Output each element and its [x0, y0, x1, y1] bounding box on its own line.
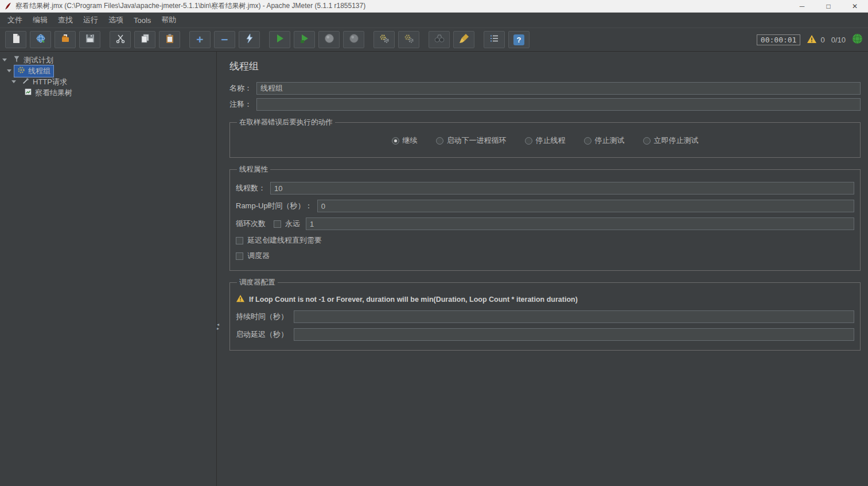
results-tree-icon — [24, 88, 32, 98]
templates-globe-icon — [36, 33, 46, 46]
name-input[interactable] — [256, 82, 861, 95]
remote-start-all-button[interactable] — [373, 31, 395, 48]
question-mark-icon: ? — [513, 34, 524, 45]
threads-input[interactable] — [270, 182, 854, 195]
new-file-button[interactable] — [5, 31, 26, 48]
radio-stop-test-now[interactable]: 立即停止测试 — [643, 135, 699, 146]
radio-label: 启动下一进程循环 — [447, 135, 507, 146]
radio-icon[interactable] — [436, 137, 443, 145]
splitter-handle-icon[interactable]: ◂▸ — [217, 322, 219, 331]
close-button[interactable]: ✕ — [842, 0, 868, 12]
forever-checkbox[interactable] — [274, 220, 281, 228]
cut-button[interactable] — [110, 31, 131, 48]
search-reset-button[interactable] — [453, 31, 474, 48]
window-controls: ─ □ ✕ — [789, 0, 868, 12]
start-no-pauses-button[interactable] — [294, 31, 315, 48]
name-label: 名称： — [229, 83, 252, 94]
error-action-radio-row: 继续 启动下一进程循环 停止线程 停止测试 立即停止测试 — [236, 130, 854, 150]
search-button[interactable] — [429, 31, 450, 48]
collapse-all-button[interactable]: − — [214, 31, 235, 48]
save-floppy-icon — [85, 33, 95, 46]
active-threads-count: 0/10 — [831, 36, 846, 44]
minimize-button[interactable]: ─ — [789, 0, 815, 12]
minus-icon: − — [221, 34, 228, 45]
duration-input[interactable] — [294, 310, 854, 323]
stop-button[interactable] — [318, 31, 340, 48]
radio-icon[interactable] — [525, 137, 532, 145]
expander-icon[interactable] — [11, 80, 16, 83]
radio-label: 立即停止测试 — [654, 135, 699, 146]
menu-tools[interactable]: Tools — [129, 14, 156, 26]
maximize-button[interactable]: □ — [815, 0, 842, 12]
jmeter-feather-icon — [4, 2, 12, 10]
radio-stop-test[interactable]: 停止测试 — [584, 135, 625, 146]
stop-sphere-icon — [324, 33, 334, 46]
menu-run[interactable]: 运行 — [78, 13, 103, 27]
help-button[interactable]: ? — [508, 31, 530, 48]
loop-count-label: 循环次数 — [236, 219, 266, 229]
scheduler-checkbox[interactable] — [236, 252, 243, 260]
radio-stop-thread[interactable]: 停止线程 — [525, 135, 566, 146]
scheduler-warning-text: If Loop Count is not -1 or Forever, dura… — [249, 296, 578, 304]
clear-all-button[interactable] — [484, 31, 505, 48]
expander-icon[interactable] — [2, 59, 7, 61]
http-request-icon — [22, 77, 30, 87]
scheduler-label: 调度器 — [247, 251, 270, 261]
rampup-label: Ramp-Up时间（秒）： — [236, 201, 313, 211]
error-action-group: 在取样器错误后要执行的动作 继续 启动下一进程循环 停止线程 停止测试 — [229, 118, 861, 158]
radio-icon[interactable] — [584, 137, 591, 145]
forever-label: 永远 — [285, 219, 300, 229]
remote-shutdown-all-button[interactable] — [398, 31, 419, 48]
scheduler-config-legend: 调度器配置 — [237, 278, 278, 287]
comment-input[interactable] — [256, 98, 861, 111]
log-error-indicator[interactable]: 0 — [807, 34, 824, 45]
tree-item-results-tree[interactable]: 察看结果树 — [0, 87, 216, 98]
menu-edit[interactable]: 编辑 — [28, 13, 53, 27]
warning-triangle-icon — [807, 34, 817, 45]
menu-help[interactable]: 帮助 — [156, 13, 181, 27]
delayed-start-checkbox[interactable] — [236, 237, 243, 244]
templates-button[interactable] — [30, 31, 51, 48]
tree-item-test-plan[interactable]: 测试计划 — [0, 55, 216, 65]
open-file-button[interactable] — [55, 31, 76, 48]
panel-splitter[interactable]: ◂▸ — [217, 52, 221, 486]
loop-count-input[interactable] — [306, 217, 854, 230]
expander-icon[interactable] — [7, 69, 11, 72]
radio-start-next-loop[interactable]: 启动下一进程循环 — [436, 135, 507, 146]
tree-item-http-request[interactable]: HTTP请求 — [0, 76, 216, 87]
clear-list-icon — [489, 33, 500, 46]
shutdown-button[interactable] — [343, 31, 364, 48]
startup-delay-input[interactable] — [294, 328, 854, 341]
radio-label: 继续 — [403, 135, 418, 146]
rampup-input[interactable] — [317, 200, 854, 212]
remote-status-globe-icon[interactable] — [852, 33, 863, 46]
radio-icon[interactable] — [392, 137, 399, 145]
tree-item-thread-group[interactable]: 线程组 — [0, 65, 216, 76]
start-button[interactable] — [269, 31, 290, 48]
menu-file[interactable]: 文件 — [2, 13, 28, 27]
expand-all-button[interactable]: + — [189, 31, 211, 48]
thread-properties-group: 线程属性 线程数： Ramp-Up时间（秒）： 循环次数 永远 延迟创建线程直到… — [229, 165, 861, 271]
paste-button[interactable] — [159, 31, 180, 48]
test-plan-tree: 测试计划 线程组 HTTP请求 察看结果树 — [0, 52, 217, 486]
thread-properties-legend: 线程属性 — [237, 165, 270, 174]
menu-options[interactable]: 选项 — [103, 13, 129, 27]
radio-icon[interactable] — [643, 137, 651, 145]
duration-label: 持续时间（秒） — [236, 312, 288, 322]
toolbar-status-cluster: 00:00:01 0 0/10 — [757, 33, 863, 46]
radio-continue[interactable]: 继续 — [392, 135, 418, 146]
error-action-legend: 在取样器错误后要执行的动作 — [237, 118, 335, 127]
menu-search[interactable]: 查找 — [53, 13, 78, 27]
tree-item-label: 察看结果树 — [35, 88, 72, 98]
shutdown-sphere-icon — [349, 33, 359, 46]
toggle-button[interactable] — [239, 31, 260, 48]
delayed-start-label: 延迟创建线程直到需要 — [247, 235, 322, 246]
save-file-button[interactable] — [79, 31, 100, 48]
binoculars-icon — [434, 33, 445, 46]
copy-button[interactable] — [134, 31, 155, 48]
thread-group-icon — [17, 66, 25, 76]
content-area: 测试计划 线程组 HTTP请求 察看结果树 ◂▸ — [0, 52, 868, 486]
clipboard-icon — [165, 33, 175, 46]
log-error-count: 0 — [820, 36, 824, 44]
threads-label: 线程数： — [236, 183, 266, 193]
